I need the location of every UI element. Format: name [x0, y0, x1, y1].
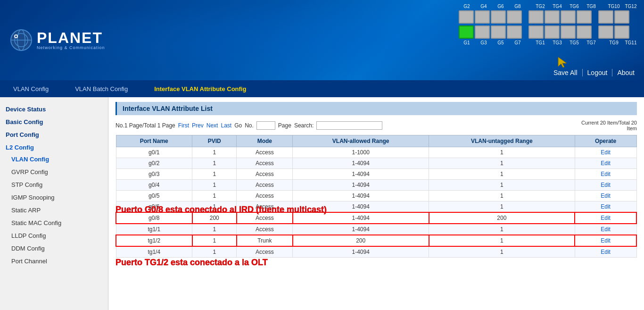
cell-mode: Access: [237, 147, 293, 158]
next-page-link[interactable]: Next: [206, 122, 218, 129]
cell-mode: Access: [237, 169, 293, 180]
cell-vlan-allowed: 1-4094: [293, 224, 429, 235]
cell-pvid: 1: [192, 224, 237, 235]
port-TG3[interactable]: [545, 25, 560, 39]
sidebar-stp-config[interactable]: STP Config: [0, 178, 108, 191]
port-G3[interactable]: [475, 25, 490, 39]
port-label-TG5: TG5: [566, 40, 582, 45]
table-row: tg1/2 1 Trunk 200 1 Edit: [116, 235, 636, 246]
sidebar-lldp-config[interactable]: LLDP Config: [0, 229, 108, 242]
port-label-G4: G4: [476, 4, 492, 9]
port-G5[interactable]: [491, 25, 506, 39]
edit-link[interactable]: Edit: [575, 169, 636, 180]
port-G7[interactable]: [507, 25, 522, 39]
edit-link[interactable]: Edit: [575, 235, 636, 246]
port-TG5[interactable]: [561, 25, 576, 39]
last-page-link[interactable]: Last: [221, 122, 231, 129]
col-port-name: Port Name: [116, 135, 192, 147]
sidebar-l2-config[interactable]: L2 Config: [0, 140, 108, 153]
cell-port-name: g0/3: [116, 169, 192, 180]
port-label-TG2: TG2: [532, 4, 548, 9]
port-G8[interactable]: [507, 10, 522, 24]
cell-port-name: tg1/2: [116, 235, 192, 246]
cell-pvid: 1: [192, 158, 237, 169]
edit-link[interactable]: Edit: [575, 191, 636, 201]
sidebar-basic-config[interactable]: Basic Config: [0, 115, 108, 127]
first-page-link[interactable]: First: [178, 122, 189, 129]
sidebar-port-channel[interactable]: Port Channel: [0, 255, 108, 268]
page-info: No.1 Page/Total 1 Page: [116, 122, 175, 129]
port-TG2[interactable]: [528, 10, 544, 24]
col-vlan-allowed: VLAN-allowed Range: [293, 135, 429, 147]
cell-pvid: 1: [192, 235, 237, 246]
port-label-TG10: TG10: [606, 4, 622, 9]
table-row: g0/4 1 Access 1-4094 1 Edit: [116, 180, 636, 191]
sidebar: Device Status Basic Config Port Config L…: [0, 97, 108, 310]
page-label: Page: [278, 122, 291, 129]
sidebar-ddm-config[interactable]: DDM Config: [0, 242, 108, 255]
edit-link[interactable]: Edit: [575, 212, 636, 224]
port-TG8[interactable]: [577, 10, 592, 24]
menu-interface-vlan[interactable]: Interface VLAN Attribute Config: [150, 83, 250, 95]
cell-vlan-allowed: 1-4094: [293, 180, 429, 191]
cell-mode: Access: [237, 191, 293, 201]
sidebar-vlan-config[interactable]: VLAN Config: [0, 153, 108, 166]
page-number-input[interactable]: [256, 121, 275, 130]
prev-page-link[interactable]: Prev: [192, 122, 204, 129]
edit-link[interactable]: Edit: [575, 224, 636, 235]
port-TG12[interactable]: [614, 10, 629, 24]
sidebar-igmp-snooping[interactable]: IGMP Snooping: [0, 191, 108, 204]
search-input[interactable]: [316, 121, 382, 130]
port-TG4[interactable]: [545, 10, 560, 24]
logo-subtitle: Networking & Communication: [37, 45, 105, 50]
port-label-TG6: TG6: [566, 4, 582, 9]
port-TG7[interactable]: [577, 25, 592, 39]
cell-mode: Access: [237, 201, 293, 213]
sidebar-static-mac[interactable]: Static MAC Config: [0, 217, 108, 229]
port-TG11[interactable]: [614, 25, 629, 39]
sidebar-device-status[interactable]: Device Status: [0, 102, 108, 115]
port-G6[interactable]: [491, 10, 506, 24]
port-G2[interactable]: [459, 10, 474, 24]
edit-link[interactable]: Edit: [575, 201, 636, 213]
edit-link[interactable]: Edit: [575, 158, 636, 169]
edit-link[interactable]: Edit: [575, 147, 636, 158]
menu-vlan-batch[interactable]: VLAN Batch Config: [71, 83, 132, 95]
port-label-TG11: TG11: [623, 40, 639, 45]
port-label-G8: G8: [510, 4, 526, 9]
port-TG10[interactable]: [598, 10, 613, 24]
sidebar-port-config[interactable]: Port Config: [0, 127, 108, 140]
port-TG6[interactable]: [561, 10, 576, 24]
cell-pvid: 1: [192, 180, 237, 191]
menu-bar: VLAN Config VLAN Batch Config Interface …: [0, 80, 644, 97]
cell-port-name: tg1/1: [116, 224, 192, 235]
sidebar-gvrp-config[interactable]: GVRP Config: [0, 166, 108, 178]
pagination-row: No.1 Page/Total 1 Page First Prev Next L…: [116, 120, 637, 131]
logo-name: PLANET: [37, 30, 105, 45]
cell-port-name: g0/1: [116, 147, 192, 158]
cell-vlan-allowed: 1-4094: [293, 158, 429, 169]
content-area: Interface VLAN Attribute List No.1 Page/…: [108, 97, 644, 310]
about-link[interactable]: About: [612, 69, 639, 76]
cell-port-name: g0/6: [116, 201, 192, 213]
edit-link[interactable]: Edit: [575, 180, 636, 191]
port-G4[interactable]: [475, 10, 490, 24]
edit-link[interactable]: Edit: [575, 246, 636, 258]
port-label-TG8: TG8: [583, 4, 599, 9]
table-row: tg1/1 1 Access 1-4094 1 Edit: [116, 224, 636, 235]
cell-vlan-untagged: 1: [429, 235, 575, 246]
logout-link[interactable]: Logout: [583, 69, 613, 76]
port-label-G3: G3: [476, 40, 492, 45]
cell-mode: Trunk: [237, 235, 293, 246]
table-row: tg1/4 1 Access 1-4094 1 Edit: [116, 246, 636, 258]
port-label-G7: G7: [510, 40, 526, 45]
port-TG1[interactable]: [528, 25, 544, 39]
cell-vlan-untagged: 1: [429, 201, 575, 213]
sidebar-static-arp[interactable]: Static ARP: [0, 204, 108, 217]
port-TG9[interactable]: [598, 25, 613, 39]
go-label: Go: [234, 122, 242, 129]
cell-vlan-untagged: 1: [429, 147, 575, 158]
menu-vlan-config[interactable]: VLAN Config: [9, 83, 52, 95]
cell-pvid: 1: [192, 191, 237, 201]
port-G1[interactable]: [459, 25, 474, 39]
